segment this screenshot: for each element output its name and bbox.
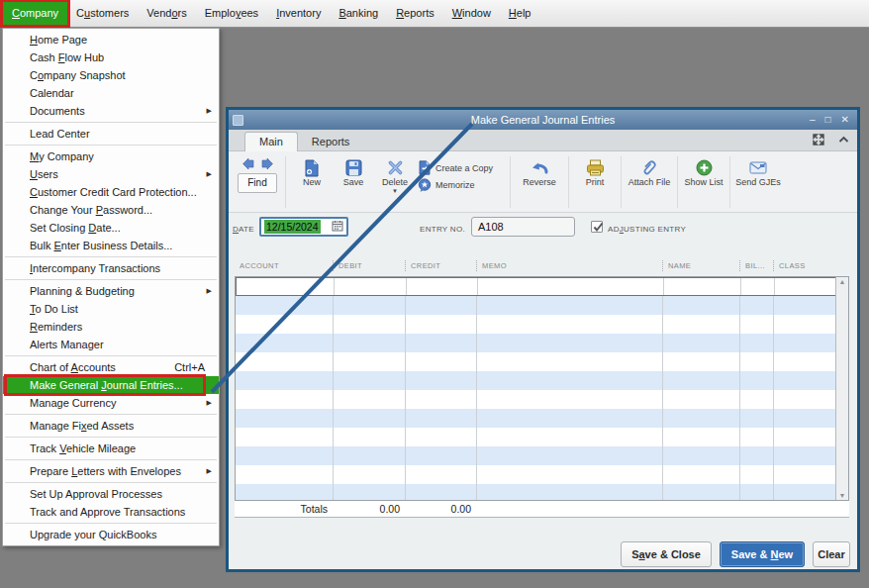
- journal-cell[interactable]: [334, 484, 406, 501]
- journal-cell[interactable]: [477, 296, 663, 315]
- delete-dropdown-caret[interactable]: ▼: [392, 188, 398, 195]
- entry-no-input[interactable]: A108: [471, 217, 575, 237]
- save-new-button[interactable]: Save & New: [720, 541, 805, 567]
- journal-cell[interactable]: [477, 390, 663, 409]
- journal-cell[interactable]: [477, 315, 663, 334]
- journal-row[interactable]: [236, 352, 848, 371]
- window-titlebar[interactable]: Make General Journal Entries – □ ✕: [229, 110, 857, 130]
- journal-cell[interactable]: [406, 296, 477, 315]
- menu-item-change-your-password[interactable]: Change Your Password...: [3, 201, 219, 219]
- memorize-button[interactable]: Memorize: [418, 178, 505, 192]
- journal-cell[interactable]: [774, 446, 837, 465]
- journal-cell[interactable]: [334, 428, 406, 446]
- journal-cell[interactable]: [478, 278, 664, 295]
- journal-cell[interactable]: [774, 352, 837, 371]
- journal-cell[interactable]: [740, 446, 774, 465]
- journal-cell[interactable]: [236, 484, 334, 501]
- journal-cell[interactable]: [774, 390, 837, 409]
- adjusting-entry-checkbox[interactable]: [591, 221, 603, 233]
- menu-item-set-up-approval-processes[interactable]: Set Up Approval Processes: [3, 485, 219, 503]
- journal-cell[interactable]: [774, 484, 837, 501]
- journal-cell[interactable]: [406, 428, 477, 446]
- menu-item-calendar[interactable]: Calendar: [3, 84, 219, 102]
- journal-cell[interactable]: [740, 409, 774, 428]
- create-a-copy-button[interactable]: Create a Copy: [418, 160, 505, 175]
- journal-row[interactable]: [236, 315, 848, 334]
- send-gjes-button[interactable]: Send GJEs: [735, 156, 781, 187]
- journal-cell[interactable]: [406, 465, 477, 484]
- journal-cell[interactable]: [740, 352, 774, 371]
- journal-cell[interactable]: [406, 315, 477, 334]
- journal-row[interactable]: [236, 409, 848, 428]
- calendar-icon[interactable]: [332, 218, 343, 236]
- journal-cell[interactable]: [236, 446, 334, 465]
- journal-cell[interactable]: [236, 390, 334, 409]
- expand-window-icon[interactable]: [813, 134, 824, 146]
- journal-cell[interactable]: [741, 278, 775, 295]
- journal-row[interactable]: [236, 446, 848, 465]
- menu-item-planning-budgeting[interactable]: Planning & Budgeting▶: [3, 282, 219, 300]
- journal-cell[interactable]: [477, 465, 663, 484]
- journal-cell[interactable]: [334, 371, 406, 390]
- minimize-button[interactable]: –: [810, 111, 816, 129]
- journal-cell[interactable]: [774, 409, 837, 428]
- journal-cell[interactable]: [477, 446, 663, 465]
- journal-cell[interactable]: [236, 409, 334, 428]
- menu-item-reminders[interactable]: Reminders: [3, 318, 219, 336]
- journal-cell[interactable]: [663, 390, 740, 409]
- menu-item-prepare-letters-with-envelopes[interactable]: Prepare Letters with Envelopes▶: [3, 462, 219, 480]
- journal-cell[interactable]: [334, 465, 406, 484]
- journal-cell[interactable]: [406, 371, 477, 390]
- journal-cell[interactable]: [477, 409, 663, 428]
- journal-cell[interactable]: [774, 334, 837, 352]
- delete-button[interactable]: Delete ▼: [374, 156, 416, 195]
- save-button[interactable]: Save: [333, 156, 374, 187]
- journal-cell[interactable]: [334, 352, 406, 371]
- journal-row[interactable]: [236, 296, 848, 315]
- journal-cell[interactable]: [663, 334, 740, 352]
- journal-cell[interactable]: [740, 315, 774, 334]
- menu-item-documents[interactable]: Documents▶: [3, 102, 219, 120]
- menu-item-cash-flow-hub[interactable]: Cash Flow Hub: [3, 49, 219, 66]
- menu-item-to-do-list[interactable]: To Do List: [3, 300, 219, 318]
- menu-item-home-page[interactable]: Home Page: [3, 31, 219, 49]
- journal-cell[interactable]: [406, 446, 477, 465]
- menubar-item-customers[interactable]: Customers: [67, 2, 138, 25]
- journal-cell[interactable]: [334, 315, 406, 334]
- journal-cell[interactable]: [335, 278, 407, 295]
- journal-cell[interactable]: [663, 465, 740, 484]
- journal-row[interactable]: [236, 390, 848, 409]
- menubar-item-company[interactable]: Company: [3, 2, 67, 25]
- menubar-item-vendors[interactable]: Vendors: [138, 2, 195, 25]
- attach-file-button[interactable]: Attach File: [627, 156, 672, 187]
- journal-cell[interactable]: [406, 352, 477, 371]
- vertical-scrollbar[interactable]: ▲ ▼: [835, 277, 848, 500]
- date-input[interactable]: 12/15/2024: [259, 217, 348, 237]
- close-button[interactable]: ✕: [841, 111, 849, 129]
- journal-cell[interactable]: [774, 315, 837, 334]
- journal-cell[interactable]: [663, 371, 740, 390]
- menu-item-track-and-approve-transactions[interactable]: Track and Approve Transactions: [3, 503, 219, 521]
- journal-cell[interactable]: [406, 409, 477, 428]
- menu-item-upgrade-your-quickbooks[interactable]: Upgrade your QuickBooks: [3, 526, 219, 543]
- menu-item-chart-of-accounts[interactable]: Chart of AccountsCtrl+A: [3, 358, 219, 376]
- journal-row[interactable]: [236, 428, 848, 446]
- journal-cell[interactable]: [663, 352, 740, 371]
- journal-cell[interactable]: [237, 278, 335, 295]
- journal-cell[interactable]: [236, 428, 334, 446]
- menu-item-manage-fixed-assets[interactable]: Manage Fixed Assets: [3, 417, 219, 435]
- tab-reports[interactable]: Reports: [298, 133, 364, 150]
- journal-cell[interactable]: [740, 390, 774, 409]
- journal-cell[interactable]: [406, 334, 477, 352]
- journal-cell[interactable]: [774, 428, 837, 446]
- tab-main[interactable]: Main: [244, 132, 298, 151]
- menu-item-intercompany-transactions[interactable]: Intercompany Transactions: [3, 259, 219, 277]
- reverse-button[interactable]: Reverse: [516, 156, 563, 187]
- journal-row-active[interactable]: [236, 277, 848, 296]
- menu-item-company-snapshot[interactable]: Company Snapshot: [3, 66, 219, 84]
- menubar-item-window[interactable]: Window: [443, 2, 500, 25]
- menu-item-track-vehicle-mileage[interactable]: Track Vehicle Mileage: [3, 440, 219, 457]
- journal-cell[interactable]: [334, 446, 406, 465]
- journal-cell[interactable]: [774, 465, 837, 484]
- menu-item-alerts-manager[interactable]: Alerts Manager: [3, 336, 219, 353]
